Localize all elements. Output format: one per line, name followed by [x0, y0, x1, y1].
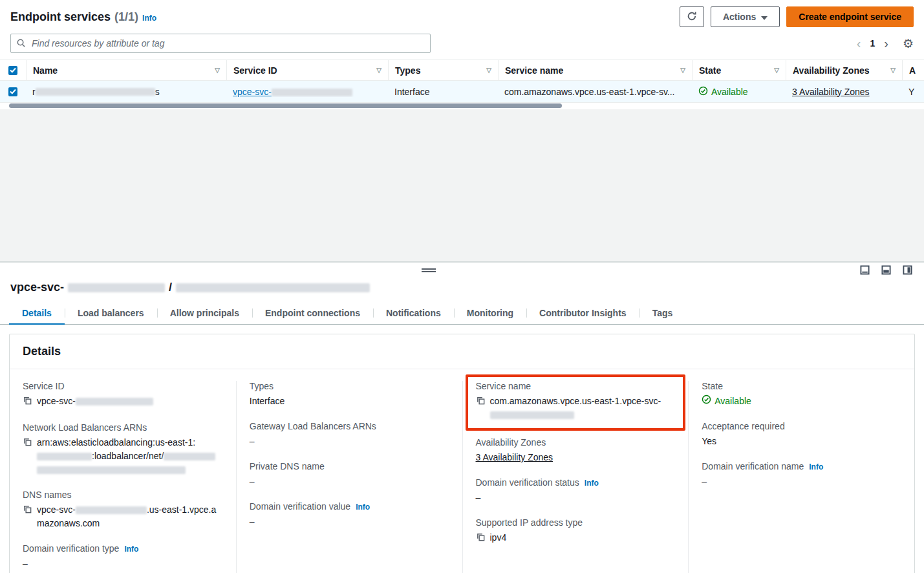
row-types-cell: Interface	[388, 87, 498, 97]
field-private-dns-name: Private DNS name –	[250, 461, 449, 488]
state-text: Available	[711, 87, 748, 97]
field-nlb-arns: Network Load Balancers ARNs arn:aws:elas…	[23, 422, 223, 477]
copy-icon[interactable]	[23, 437, 32, 451]
tab-details[interactable]: Details	[9, 302, 65, 324]
table-row[interactable]: rs vpce-svc- Interface com.amazonaws.vpc…	[0, 81, 924, 103]
checkbox-checked-icon[interactable]	[8, 66, 17, 75]
field-glb-arns: Gateway Load Balancers ARNs –	[250, 421, 449, 448]
split-panel-side-icon[interactable]	[903, 265, 912, 277]
split-panel-title: vpce-svc- /	[0, 279, 924, 302]
row-availability-zones-cell: 3 Availability Zones	[786, 87, 902, 97]
column-header-availability-zones[interactable]: Availability Zones▽	[786, 60, 902, 80]
previous-page-icon[interactable]: ‹	[857, 37, 861, 50]
availability-zones-link[interactable]: 3 Availability Zones	[476, 451, 553, 464]
next-page-icon[interactable]: ›	[884, 37, 888, 50]
filter-caret-icon[interactable]: ▽	[890, 67, 896, 74]
refresh-icon	[687, 11, 697, 23]
tab-notifications[interactable]: Notifications	[373, 302, 454, 324]
horizontal-scrollbar-thumb[interactable]	[9, 103, 562, 108]
copy-icon[interactable]	[476, 396, 486, 409]
service-id-link[interactable]: vpce-svc-	[233, 87, 352, 97]
filter-caret-icon[interactable]: ▽	[774, 67, 779, 74]
split-panel-strip	[0, 263, 924, 279]
field-availability-zones: Availability Zones 3 Availability Zones	[476, 437, 676, 464]
column-header-partial[interactable]: A	[902, 60, 924, 80]
tab-allow-principals[interactable]: Allow principals	[157, 302, 252, 324]
redacted-text	[68, 283, 165, 292]
row-state-cell: Available	[692, 86, 786, 98]
copy-icon[interactable]	[476, 532, 486, 546]
detail-tabs: Details Load balancers Allow principals …	[0, 302, 924, 325]
info-link[interactable]: Info	[585, 479, 599, 488]
header-info-link[interactable]: Info	[142, 14, 156, 23]
field-domain-verification-name: Domain verification nameInfo –	[702, 461, 901, 488]
filter-caret-icon[interactable]: ▽	[215, 67, 220, 74]
actions-button[interactable]: Actions	[711, 6, 780, 27]
column-header-name[interactable]: Name▽	[26, 60, 226, 80]
redacted-text	[76, 398, 153, 405]
refresh-button[interactable]	[680, 6, 704, 27]
page-title: Endpoint services (1/1) Info	[10, 10, 156, 24]
tab-tags[interactable]: Tags	[639, 302, 686, 324]
info-link[interactable]: Info	[809, 462, 823, 471]
field-acceptance-required: Acceptance required Yes	[702, 421, 901, 448]
column-header-service-id[interactable]: Service ID▽	[226, 60, 388, 80]
details-column-2: Types Interface Gateway Load Balancers A…	[236, 381, 462, 573]
header-actions: Actions Create endpoint service	[680, 6, 914, 27]
availability-zones-link[interactable]: 3 Availability Zones	[792, 87, 870, 97]
resource-count: (1/1)	[114, 10, 138, 24]
column-header-service-name[interactable]: Service name▽	[498, 60, 692, 80]
details-column-3: Service name com.amazonaws.vpce.us-east-…	[462, 381, 689, 573]
table-toolbar: ‹ 1 › ⚙	[0, 31, 924, 59]
details-column-4: State Available Acceptance required Yes	[688, 381, 914, 573]
row-name-cell: rs	[26, 87, 226, 97]
split-panel-bottom-icon[interactable]	[881, 265, 891, 277]
details-column-1: Service ID vpce-svc- Network Load Balanc…	[10, 381, 236, 573]
redacted-text	[76, 506, 147, 514]
search-icon	[16, 38, 26, 50]
filter-caret-icon[interactable]: ▽	[680, 67, 685, 74]
filter-caret-icon[interactable]: ▽	[376, 67, 381, 74]
filter-caret-icon[interactable]: ▽	[486, 67, 491, 74]
row-checkbox[interactable]	[0, 87, 26, 96]
details-card-heading: Details	[10, 334, 914, 369]
create-endpoint-service-button[interactable]: Create endpoint service	[786, 6, 914, 27]
table-settings-gear-icon[interactable]: ⚙	[903, 36, 914, 51]
info-link[interactable]: Info	[356, 503, 370, 512]
select-all-checkbox[interactable]	[0, 66, 26, 75]
tab-contributor-insights[interactable]: Contributor Insights	[526, 302, 639, 324]
split-panel-collapse-icon[interactable]	[860, 265, 870, 277]
tab-endpoint-connections[interactable]: Endpoint connections	[252, 302, 373, 324]
field-domain-verification-value: Domain verification valueInfo –	[250, 501, 449, 528]
copy-icon[interactable]	[23, 396, 32, 409]
endpoint-services-page: Endpoint services (1/1) Info Actions Cre…	[0, 0, 924, 261]
pagination: ‹ 1 › ⚙	[857, 36, 914, 51]
endpoint-services-table: Name▽ Service ID▽ Types▽ Service name▽ S…	[0, 59, 924, 109]
copy-icon[interactable]	[23, 504, 32, 518]
table-header-row: Name▽ Service ID▽ Types▽ Service name▽ S…	[0, 60, 924, 81]
search-input[interactable]	[10, 34, 431, 53]
redacted-text	[37, 466, 186, 474]
field-dns-names: DNS names vpce-svc-.us-east-1.vpce.amazo…	[23, 490, 223, 530]
split-panel-drag-handle[interactable]	[422, 268, 436, 272]
page-title-text: Endpoint services	[10, 10, 111, 24]
available-check-icon	[702, 395, 711, 408]
current-page-number[interactable]: 1	[870, 38, 875, 49]
field-domain-verification-type: Domain verification typeInfo –	[23, 543, 223, 570]
redacted-text	[176, 283, 370, 292]
column-header-types[interactable]: Types▽	[388, 60, 498, 80]
info-link[interactable]: Info	[124, 545, 138, 554]
tab-monitoring[interactable]: Monitoring	[454, 302, 526, 324]
column-header-state[interactable]: State▽	[692, 60, 786, 80]
field-state: State Available	[702, 381, 901, 408]
tab-load-balancers[interactable]: Load balancers	[65, 302, 157, 324]
page-header: Endpoint services (1/1) Info Actions Cre…	[0, 0, 924, 31]
redacted-text	[37, 453, 92, 460]
field-service-name: Service name com.amazonaws.vpce.us-east-…	[476, 381, 676, 422]
checkbox-checked-icon[interactable]	[8, 87, 17, 96]
available-check-icon	[698, 86, 708, 98]
redacted-text	[36, 88, 155, 96]
details-card: Details Service ID vpce-svc- Network Loa…	[9, 334, 915, 573]
row-service-id-cell: vpce-svc-	[226, 87, 388, 97]
content-empty-area	[0, 109, 924, 261]
